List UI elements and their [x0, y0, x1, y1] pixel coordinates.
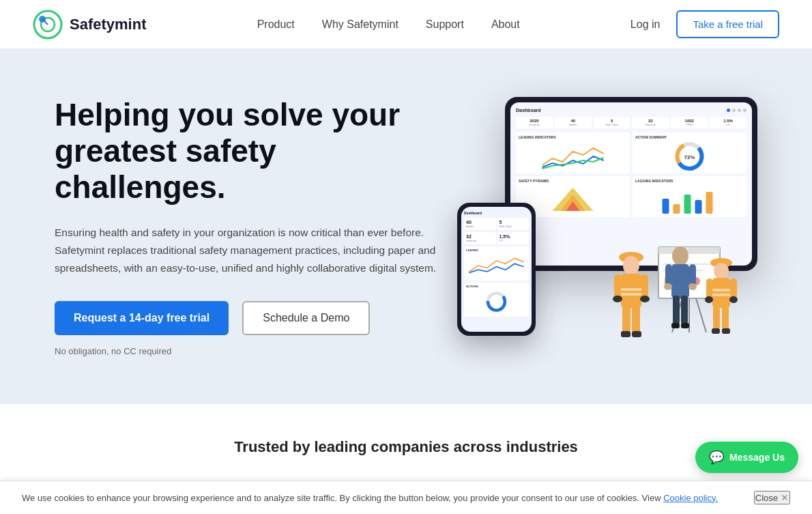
svg-rect-55: [712, 294, 730, 296]
navbar: Safetymint Product Why Safetymint Suppor…: [0, 0, 812, 49]
svg-rect-45: [712, 278, 730, 308]
svg-rect-13: [684, 195, 691, 214]
svg-rect-32: [622, 305, 630, 332]
svg-rect-59: [681, 296, 688, 324]
logo-icon: [33, 10, 63, 40]
svg-rect-38: [621, 331, 630, 337]
svg-point-56: [672, 246, 688, 266]
hero-content: Helping you solve your greatest safety c…: [55, 97, 441, 356]
logo-text: Safetymint: [70, 16, 146, 33]
no-obligation-text: No obligation, no CC required: [55, 346, 441, 356]
svg-rect-48: [706, 279, 713, 299]
hero-description: Ensuring health and safety in your organ…: [55, 224, 441, 276]
nav-link-why[interactable]: Why Safetymint: [322, 18, 398, 30]
svg-rect-11: [663, 199, 669, 214]
cookie-banner: We use cookies to enhance your browsing …: [0, 481, 812, 514]
cookie-text: We use cookies to enhance your browsing …: [22, 493, 738, 503]
svg-rect-35: [641, 274, 648, 298]
hero-buttons: Request a 14-day free trial Schedule a D…: [55, 301, 441, 335]
svg-point-44: [714, 263, 729, 279]
cookie-close-button[interactable]: Close ✕: [754, 491, 790, 504]
logo-link[interactable]: Safetymint: [33, 10, 146, 40]
svg-point-30: [623, 256, 639, 275]
svg-line-26: [696, 298, 706, 332]
svg-rect-34: [614, 274, 622, 298]
request-trial-button[interactable]: Request a 14-day free trial: [55, 301, 229, 335]
svg-rect-33: [632, 305, 640, 332]
svg-point-36: [613, 296, 622, 302]
svg-point-63: [688, 283, 697, 290]
svg-rect-52: [712, 328, 720, 334]
nav-link-product[interactable]: Product: [257, 18, 295, 30]
svg-rect-40: [621, 288, 641, 291]
workers-illustration: [553, 213, 757, 363]
nav-item-why[interactable]: Why Safetymint: [322, 18, 398, 31]
nav-item-about[interactable]: About: [491, 18, 520, 31]
svg-rect-60: [665, 264, 672, 286]
svg-rect-65: [681, 323, 689, 328]
close-icon: ✕: [781, 492, 789, 503]
nav-item-support[interactable]: Support: [426, 18, 464, 31]
svg-rect-57: [671, 264, 689, 298]
whatsapp-icon: 💬: [709, 450, 724, 465]
hero-illustration: Dashboard 2020Incidents 40Audits 5Safe D…: [441, 90, 758, 363]
svg-rect-49: [730, 279, 737, 299]
nav-right: Log in Take a free trial: [630, 10, 779, 38]
svg-rect-19: [658, 247, 720, 254]
svg-rect-14: [695, 200, 702, 214]
svg-text:72%: 72%: [684, 154, 695, 160]
svg-rect-39: [632, 331, 641, 337]
nav-item-product[interactable]: Product: [257, 18, 295, 31]
svg-rect-58: [673, 296, 680, 324]
message-us-button[interactable]: 💬 Message Us: [695, 442, 798, 473]
dashboard-charts: LEADING INDICATORS ACTION SUMMARY: [516, 132, 746, 217]
svg-rect-12: [673, 204, 680, 214]
svg-point-37: [640, 296, 650, 302]
svg-rect-53: [722, 328, 730, 334]
nav-links: Product Why Safetymint Support About: [257, 18, 520, 31]
cookie-policy-link[interactable]: Cookie policy.: [663, 493, 718, 503]
dashboard-stats: 2020Incidents 40Audits 5Safe Days 32Haza…: [516, 117, 746, 128]
schedule-demo-button[interactable]: Schedule a Demo: [242, 301, 370, 335]
svg-rect-46: [713, 305, 720, 330]
trust-title: Trusted by leading companies across indu…: [55, 438, 757, 456]
nav-link-about[interactable]: About: [491, 18, 520, 30]
svg-rect-61: [689, 264, 696, 286]
login-button[interactable]: Log in: [630, 18, 661, 31]
svg-rect-41: [621, 293, 641, 296]
svg-point-62: [664, 283, 672, 290]
hero-section: Helping you solve your greatest safety c…: [0, 49, 812, 404]
svg-rect-54: [712, 289, 730, 291]
svg-point-51: [729, 296, 738, 303]
phone-mockup: Dashboard 40Audits 5Safe Days 32Hazards …: [457, 203, 536, 336]
svg-rect-15: [706, 192, 713, 214]
trial-button[interactable]: Take a free trial: [676, 10, 779, 38]
svg-rect-47: [722, 305, 729, 330]
svg-point-50: [705, 296, 713, 303]
hero-title: Helping you solve your greatest safety c…: [55, 97, 441, 205]
svg-rect-64: [671, 323, 680, 328]
nav-link-support[interactable]: Support: [426, 18, 464, 30]
dashboard-label: Dashboard: [516, 108, 541, 113]
